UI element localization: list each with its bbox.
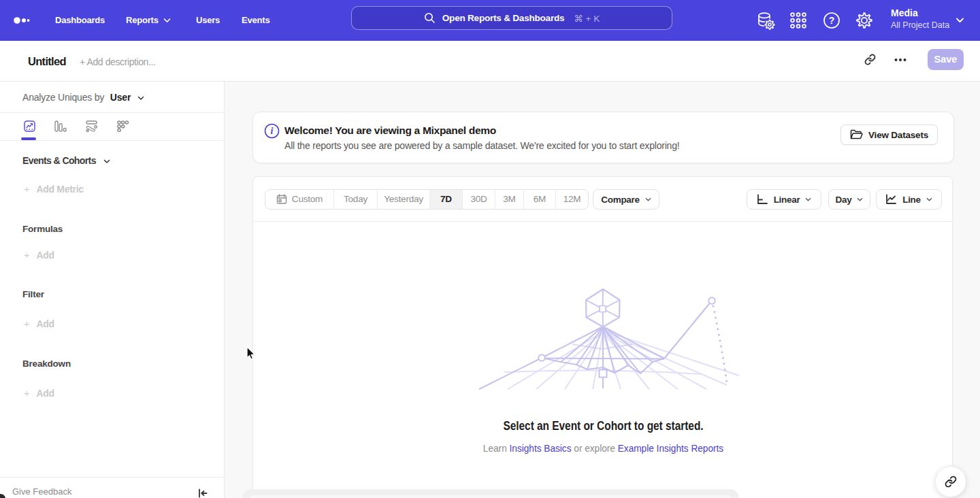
svg-text:?: ? xyxy=(829,15,835,26)
svg-text:i: i xyxy=(271,126,274,136)
